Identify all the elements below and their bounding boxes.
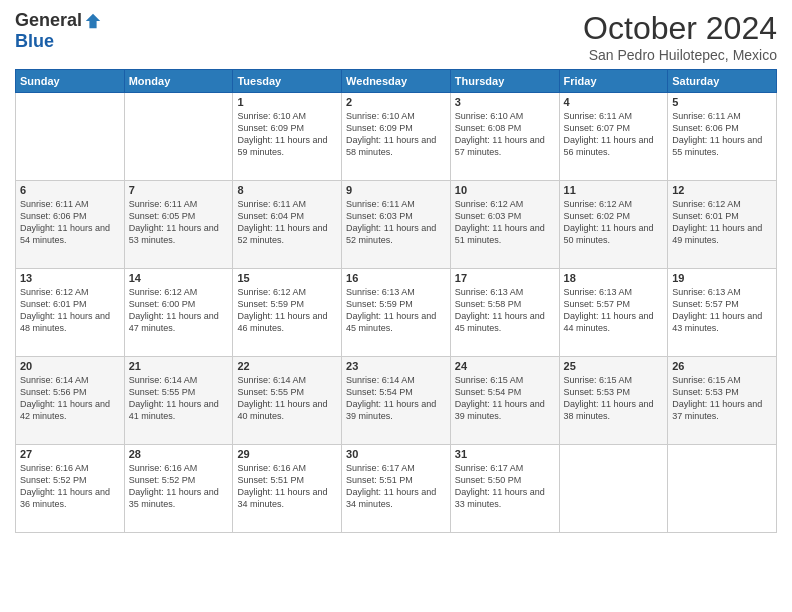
day-number: 26 xyxy=(672,360,772,372)
week-row-5: 27Sunrise: 6:16 AM Sunset: 5:52 PM Dayli… xyxy=(16,445,777,533)
calendar-cell: 2Sunrise: 6:10 AM Sunset: 6:09 PM Daylig… xyxy=(342,93,451,181)
day-info: Sunrise: 6:15 AM Sunset: 5:54 PM Dayligh… xyxy=(455,374,555,423)
day-number: 11 xyxy=(564,184,664,196)
day-number: 24 xyxy=(455,360,555,372)
calendar-cell: 28Sunrise: 6:16 AM Sunset: 5:52 PM Dayli… xyxy=(124,445,233,533)
day-number: 22 xyxy=(237,360,337,372)
calendar-cell: 19Sunrise: 6:13 AM Sunset: 5:57 PM Dayli… xyxy=(668,269,777,357)
calendar-cell: 25Sunrise: 6:15 AM Sunset: 5:53 PM Dayli… xyxy=(559,357,668,445)
logo-icon xyxy=(84,12,102,30)
day-number: 7 xyxy=(129,184,229,196)
calendar-cell: 7Sunrise: 6:11 AM Sunset: 6:05 PM Daylig… xyxy=(124,181,233,269)
col-friday: Friday xyxy=(559,70,668,93)
calendar-cell: 4Sunrise: 6:11 AM Sunset: 6:07 PM Daylig… xyxy=(559,93,668,181)
day-number: 14 xyxy=(129,272,229,284)
day-number: 31 xyxy=(455,448,555,460)
day-number: 10 xyxy=(455,184,555,196)
page: General Blue October 2024 San Pedro Huil… xyxy=(0,0,792,612)
month-title: October 2024 xyxy=(583,10,777,47)
week-row-4: 20Sunrise: 6:14 AM Sunset: 5:56 PM Dayli… xyxy=(16,357,777,445)
day-number: 8 xyxy=(237,184,337,196)
day-info: Sunrise: 6:11 AM Sunset: 6:06 PM Dayligh… xyxy=(20,198,120,247)
day-info: Sunrise: 6:17 AM Sunset: 5:50 PM Dayligh… xyxy=(455,462,555,511)
calendar-cell: 22Sunrise: 6:14 AM Sunset: 5:55 PM Dayli… xyxy=(233,357,342,445)
day-number: 16 xyxy=(346,272,446,284)
day-number: 12 xyxy=(672,184,772,196)
day-number: 28 xyxy=(129,448,229,460)
calendar-table: Sunday Monday Tuesday Wednesday Thursday… xyxy=(15,69,777,533)
calendar-cell: 27Sunrise: 6:16 AM Sunset: 5:52 PM Dayli… xyxy=(16,445,125,533)
calendar-container: Sunday Monday Tuesday Wednesday Thursday… xyxy=(15,69,777,533)
calendar-cell: 6Sunrise: 6:11 AM Sunset: 6:06 PM Daylig… xyxy=(16,181,125,269)
header: General Blue October 2024 San Pedro Huil… xyxy=(15,10,777,63)
day-info: Sunrise: 6:16 AM Sunset: 5:52 PM Dayligh… xyxy=(20,462,120,511)
day-info: Sunrise: 6:10 AM Sunset: 6:09 PM Dayligh… xyxy=(237,110,337,159)
week-row-3: 13Sunrise: 6:12 AM Sunset: 6:01 PM Dayli… xyxy=(16,269,777,357)
day-number: 5 xyxy=(672,96,772,108)
calendar-cell: 15Sunrise: 6:12 AM Sunset: 5:59 PM Dayli… xyxy=(233,269,342,357)
day-number: 20 xyxy=(20,360,120,372)
day-info: Sunrise: 6:11 AM Sunset: 6:04 PM Dayligh… xyxy=(237,198,337,247)
day-number: 27 xyxy=(20,448,120,460)
day-number: 13 xyxy=(20,272,120,284)
day-number: 6 xyxy=(20,184,120,196)
day-info: Sunrise: 6:12 AM Sunset: 5:59 PM Dayligh… xyxy=(237,286,337,335)
calendar-cell: 31Sunrise: 6:17 AM Sunset: 5:50 PM Dayli… xyxy=(450,445,559,533)
week-row-1: 1Sunrise: 6:10 AM Sunset: 6:09 PM Daylig… xyxy=(16,93,777,181)
calendar-cell: 10Sunrise: 6:12 AM Sunset: 6:03 PM Dayli… xyxy=(450,181,559,269)
day-number: 3 xyxy=(455,96,555,108)
calendar-cell: 12Sunrise: 6:12 AM Sunset: 6:01 PM Dayli… xyxy=(668,181,777,269)
day-info: Sunrise: 6:11 AM Sunset: 6:06 PM Dayligh… xyxy=(672,110,772,159)
calendar-cell xyxy=(559,445,668,533)
day-number: 17 xyxy=(455,272,555,284)
calendar-cell xyxy=(668,445,777,533)
day-number: 9 xyxy=(346,184,446,196)
calendar-cell: 20Sunrise: 6:14 AM Sunset: 5:56 PM Dayli… xyxy=(16,357,125,445)
svg-marker-0 xyxy=(86,13,100,27)
calendar-cell xyxy=(16,93,125,181)
day-info: Sunrise: 6:10 AM Sunset: 6:09 PM Dayligh… xyxy=(346,110,446,159)
day-info: Sunrise: 6:11 AM Sunset: 6:03 PM Dayligh… xyxy=(346,198,446,247)
logo-blue: Blue xyxy=(15,31,54,52)
day-info: Sunrise: 6:12 AM Sunset: 6:00 PM Dayligh… xyxy=(129,286,229,335)
calendar-cell: 24Sunrise: 6:15 AM Sunset: 5:54 PM Dayli… xyxy=(450,357,559,445)
day-info: Sunrise: 6:14 AM Sunset: 5:55 PM Dayligh… xyxy=(129,374,229,423)
day-number: 15 xyxy=(237,272,337,284)
day-number: 29 xyxy=(237,448,337,460)
header-row: Sunday Monday Tuesday Wednesday Thursday… xyxy=(16,70,777,93)
day-number: 21 xyxy=(129,360,229,372)
day-info: Sunrise: 6:11 AM Sunset: 6:05 PM Dayligh… xyxy=(129,198,229,247)
day-number: 4 xyxy=(564,96,664,108)
calendar-cell: 8Sunrise: 6:11 AM Sunset: 6:04 PM Daylig… xyxy=(233,181,342,269)
day-info: Sunrise: 6:13 AM Sunset: 5:57 PM Dayligh… xyxy=(672,286,772,335)
day-info: Sunrise: 6:13 AM Sunset: 5:59 PM Dayligh… xyxy=(346,286,446,335)
calendar-cell: 9Sunrise: 6:11 AM Sunset: 6:03 PM Daylig… xyxy=(342,181,451,269)
col-tuesday: Tuesday xyxy=(233,70,342,93)
day-info: Sunrise: 6:13 AM Sunset: 5:57 PM Dayligh… xyxy=(564,286,664,335)
logo: General Blue xyxy=(15,10,102,52)
day-info: Sunrise: 6:12 AM Sunset: 6:03 PM Dayligh… xyxy=(455,198,555,247)
day-number: 23 xyxy=(346,360,446,372)
day-info: Sunrise: 6:11 AM Sunset: 6:07 PM Dayligh… xyxy=(564,110,664,159)
day-info: Sunrise: 6:15 AM Sunset: 5:53 PM Dayligh… xyxy=(564,374,664,423)
day-number: 30 xyxy=(346,448,446,460)
calendar-cell: 26Sunrise: 6:15 AM Sunset: 5:53 PM Dayli… xyxy=(668,357,777,445)
col-thursday: Thursday xyxy=(450,70,559,93)
day-info: Sunrise: 6:13 AM Sunset: 5:58 PM Dayligh… xyxy=(455,286,555,335)
day-info: Sunrise: 6:15 AM Sunset: 5:53 PM Dayligh… xyxy=(672,374,772,423)
day-info: Sunrise: 6:10 AM Sunset: 6:08 PM Dayligh… xyxy=(455,110,555,159)
calendar-cell: 29Sunrise: 6:16 AM Sunset: 5:51 PM Dayli… xyxy=(233,445,342,533)
calendar-cell: 14Sunrise: 6:12 AM Sunset: 6:00 PM Dayli… xyxy=(124,269,233,357)
day-number: 19 xyxy=(672,272,772,284)
calendar-cell: 17Sunrise: 6:13 AM Sunset: 5:58 PM Dayli… xyxy=(450,269,559,357)
col-monday: Monday xyxy=(124,70,233,93)
week-row-2: 6Sunrise: 6:11 AM Sunset: 6:06 PM Daylig… xyxy=(16,181,777,269)
day-info: Sunrise: 6:14 AM Sunset: 5:56 PM Dayligh… xyxy=(20,374,120,423)
location: San Pedro Huilotepec, Mexico xyxy=(583,47,777,63)
day-info: Sunrise: 6:14 AM Sunset: 5:54 PM Dayligh… xyxy=(346,374,446,423)
col-saturday: Saturday xyxy=(668,70,777,93)
day-number: 1 xyxy=(237,96,337,108)
calendar-cell: 13Sunrise: 6:12 AM Sunset: 6:01 PM Dayli… xyxy=(16,269,125,357)
col-sunday: Sunday xyxy=(16,70,125,93)
day-info: Sunrise: 6:12 AM Sunset: 6:02 PM Dayligh… xyxy=(564,198,664,247)
